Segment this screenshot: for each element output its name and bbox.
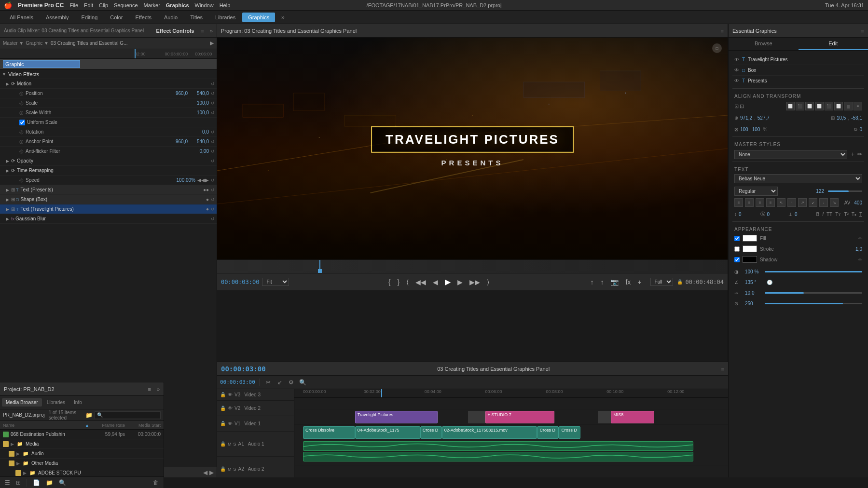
distribute-v-btn[interactable]: ≡ (854, 102, 862, 110)
clip-cross-d3[interactable]: Cross D (559, 426, 580, 439)
pp-item-068[interactable]: 068 Destination Publishin 59,94 fps 00:0… (0, 430, 164, 439)
ep-menu-icon[interactable]: ≡ (861, 28, 864, 34)
shadow-opacity-val[interactable]: 100 % (745, 269, 762, 274)
position-y-val[interactable]: 527,7 (758, 115, 770, 121)
tab-graphics[interactable]: Graphics (242, 13, 275, 22)
v3-eye-icon[interactable]: 👁 (228, 392, 233, 397)
layer-travelight-eye[interactable]: 👁 (734, 57, 739, 62)
shadow-distance-val[interactable]: 10,0 (745, 290, 762, 296)
fauxbold-icon[interactable]: B (816, 212, 820, 217)
shadow-checkbox[interactable] (734, 257, 740, 262)
shadow-size-val[interactable]: 250 (745, 301, 762, 306)
position-x-val[interactable]: 971,2 (740, 115, 752, 121)
layer-presents[interactable]: 👁 T Presents (732, 76, 864, 86)
step-back-btn[interactable]: ◀◀ (413, 277, 428, 287)
text-align-left[interactable]: ≡ (734, 198, 743, 207)
shadow-clock-icon[interactable]: 🕐 (767, 280, 772, 285)
menu-sequence[interactable]: Sequence (114, 2, 138, 8)
panel-menu-icon[interactable]: ≡ (201, 28, 204, 34)
tl-v3-track[interactable] (294, 398, 728, 409)
gaussian-blur-row[interactable]: ▶ fx Gaussian Blur ↺ (0, 214, 217, 224)
time-remapping-row[interactable]: ▶ ⟳ Time Remapping (0, 166, 217, 176)
timeline-timecode[interactable]: 00:00:03:00 (221, 365, 266, 373)
graphic-name-input[interactable] (3, 60, 80, 68)
anti-flicker-row[interactable]: ◎ Anti-flicker Filter 0,00 ↺ (0, 147, 217, 156)
align-center-v-btn[interactable]: ⬛ (825, 102, 833, 110)
timeline-menu-icon[interactable]: ≡ (721, 366, 724, 372)
position-row[interactable]: ◎ Position 960,0 540,0 ↺ (0, 89, 217, 98)
scale-width-row[interactable]: ◎ Scale Width 100,0 ↺ (0, 108, 217, 118)
stroke-color-swatch[interactable] (743, 245, 757, 252)
program-menu-icon[interactable]: ≡ (721, 28, 724, 34)
tab-libraries[interactable]: Libraries (209, 13, 241, 22)
v1-eye-icon[interactable]: 👁 (228, 421, 233, 426)
text-align-tc[interactable]: ↑ (787, 198, 796, 207)
offset-x-val[interactable]: 10,5 (837, 115, 846, 121)
rotation-val[interactable]: 0 (859, 127, 862, 132)
align-bottom-btn[interactable]: ⬜ (834, 102, 843, 110)
align-right-btn[interactable]: ⬜ (805, 102, 814, 110)
menu-edit[interactable]: Edit (84, 2, 93, 8)
text-align-tl[interactable]: ↖ (777, 198, 785, 207)
tab-assembly[interactable]: Assembly (40, 13, 75, 22)
pp-search-input[interactable] (95, 411, 161, 419)
scale-row[interactable]: ◎ Scale 100,0 ↺ (0, 98, 217, 108)
fauxitalic-icon[interactable]: I (822, 212, 824, 217)
shadow-distance-slider[interactable] (765, 292, 862, 294)
text-align-right[interactable]: ≡ (756, 198, 764, 207)
tl-a2-track[interactable] (294, 465, 728, 477)
pp-item-adobe-stock[interactable]: ▶ 📁 ADOBE STOCK PU (0, 468, 164, 476)
font-size-slider[interactable] (828, 190, 862, 192)
tl-search-btn[interactable]: 🔍 (298, 378, 308, 387)
pp-delete-btn[interactable]: 🗑 (151, 478, 161, 487)
kerning-val[interactable]: 0 (767, 212, 770, 217)
uniform-scale-row[interactable]: Uniform Scale (0, 118, 217, 127)
pp-expand-other[interactable]: ▶ (16, 461, 20, 466)
allcaps-icon[interactable]: TT (827, 212, 832, 217)
pp-new-folder-btn[interactable]: 📁 (44, 478, 55, 487)
clip-adobe-stock-1[interactable]: 04-AdobeStock_1175 (355, 426, 420, 439)
text-travelight-row[interactable]: ▶ ⊞ T Text (Travelight Pictures) ● ↺ (0, 204, 217, 214)
font-style-select[interactable]: Regular Bold Italic (734, 187, 778, 196)
camera-btn[interactable]: 📷 (608, 277, 620, 287)
sub-icon[interactable]: T₂ (852, 212, 856, 217)
v2-eye-icon[interactable]: 👁 (228, 406, 233, 411)
step-fwd2-btn[interactable]: ▶▶ (468, 277, 482, 287)
fill-checkbox[interactable] (734, 236, 740, 241)
go-out-btn[interactable]: ⟩ (485, 277, 491, 287)
menu-marker[interactable]: Marker (144, 2, 160, 8)
clip-cross-d1[interactable]: Cross D (420, 426, 442, 439)
pp-icon-view-btn[interactable]: ⊞ (14, 478, 23, 487)
pp-search-footer-btn[interactable]: 🔍 (57, 478, 68, 487)
super-icon[interactable]: T² (844, 212, 848, 217)
monitor-timecode-current[interactable]: 00:00:03:00 (221, 279, 259, 285)
tab-effects[interactable]: Effects (130, 13, 157, 22)
pp-expand-icon[interactable]: » (157, 386, 160, 392)
tl-a1-track[interactable] (294, 440, 728, 465)
offset-y-val[interactable]: -53,1 (851, 115, 862, 121)
step-fwd-btn[interactable]: ▶ (455, 277, 465, 287)
text-align-tr[interactable]: ↗ (798, 198, 807, 207)
shadow-color-swatch[interactable] (743, 256, 757, 263)
underline-icon[interactable]: T (859, 212, 862, 217)
master-add-btn[interactable]: + (851, 151, 854, 158)
opacity-row[interactable]: ▶ ⟳ Opacity ↺ (0, 156, 217, 166)
shape-box-row[interactable]: ▶ ⊞ □ Shape (Box) ● ↺ (0, 195, 217, 204)
menu-graphics[interactable]: Graphics (166, 2, 189, 8)
a2-m-icon[interactable]: M (228, 467, 232, 472)
font-size-val[interactable]: 122 (816, 189, 824, 194)
workspace-overflow-btn[interactable]: » (278, 13, 288, 22)
distribute-h-btn[interactable]: ||| (844, 102, 853, 110)
menu-file[interactable]: File (69, 2, 78, 8)
motion-row[interactable]: ▶ ⟳ Motion ↺ (0, 79, 217, 89)
expand-arrow-btn[interactable]: ▶ (210, 40, 214, 46)
fx-btn[interactable]: fx (623, 277, 633, 287)
text-align-bc[interactable]: ↓ (819, 198, 828, 207)
scale-w-val[interactable]: 100 (740, 127, 748, 132)
a1-lock-icon[interactable]: 🔒 (220, 441, 226, 447)
stroke-checkbox[interactable] (734, 246, 740, 252)
align-top-btn[interactable]: ⬜ (815, 102, 824, 110)
master-style-select[interactable]: None (734, 150, 847, 159)
align-center-h-btn[interactable]: ⬛ (796, 102, 804, 110)
tl-v2-track[interactable]: Travelight Pictures + STUDIO 7 MIS8 (294, 409, 728, 425)
